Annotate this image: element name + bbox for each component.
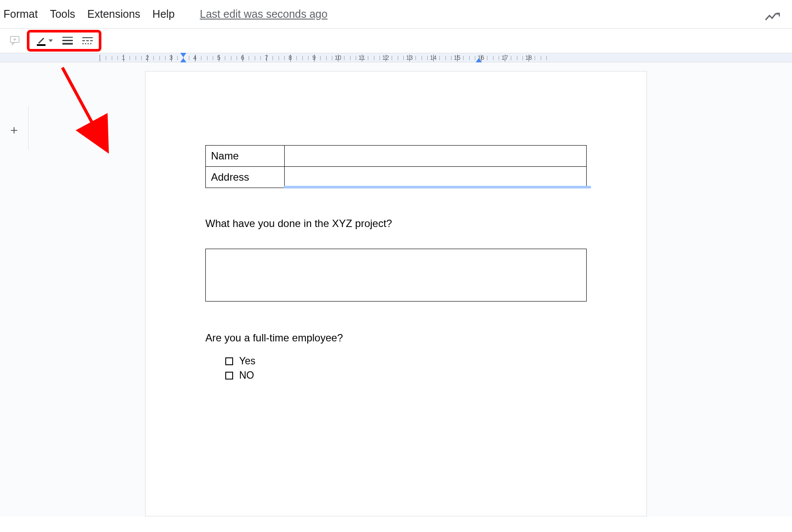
menu-format[interactable]: Format: [3, 8, 38, 20]
border-width-button[interactable]: [62, 37, 73, 45]
menu-bar: Format Tools Extensions Help Last edit w…: [0, 0, 792, 28]
document-canvas[interactable]: Name Address What have you done in the X…: [0, 62, 792, 516]
table-row[interactable]: Name: [206, 146, 587, 167]
checklist: Yes NO: [225, 355, 587, 381]
svg-rect-5: [62, 40, 73, 41]
horizontal-ruler[interactable]: 123456789101112131415161718: [0, 53, 792, 62]
menu-help[interactable]: Help: [153, 8, 175, 20]
checkbox-icon[interactable]: [225, 372, 233, 380]
svg-rect-11: [82, 43, 84, 44]
border-style-button[interactable]: [82, 37, 93, 44]
table-cell-address-label[interactable]: Address: [206, 167, 285, 188]
checkbox-icon[interactable]: [225, 357, 233, 365]
svg-rect-6: [62, 43, 73, 45]
table-row[interactable]: Address: [206, 167, 587, 188]
activity-icon[interactable]: [765, 12, 780, 24]
svg-rect-10: [90, 40, 93, 41]
checklist-item-no[interactable]: NO: [225, 370, 587, 381]
table-cell-name-value[interactable]: [285, 146, 587, 167]
svg-rect-9: [86, 40, 89, 41]
outline-gutter: +: [0, 107, 29, 150]
checklist-item-yes[interactable]: Yes: [225, 355, 587, 367]
svg-rect-13: [88, 43, 89, 44]
info-table[interactable]: Name Address: [205, 145, 587, 188]
table-cell-address-value[interactable]: [285, 167, 587, 188]
checklist-label: NO: [239, 370, 254, 381]
add-outline-button[interactable]: +: [10, 123, 18, 138]
answer-box[interactable]: [205, 249, 587, 302]
question-1-text[interactable]: What have you done in the XYZ project?: [205, 217, 587, 230]
table-border-selection: [284, 186, 591, 188]
last-edit-status[interactable]: Last edit was seconds ago: [200, 8, 328, 20]
svg-rect-3: [37, 44, 45, 46]
checklist-label: Yes: [239, 355, 256, 367]
border-color-button[interactable]: [36, 35, 53, 46]
svg-rect-7: [82, 37, 93, 38]
menu-tools[interactable]: Tools: [50, 8, 75, 20]
document-page[interactable]: Name Address What have you done in the X…: [145, 71, 647, 516]
add-comment-button[interactable]: [9, 34, 22, 47]
svg-rect-12: [85, 43, 86, 44]
svg-rect-4: [62, 37, 73, 38]
question-2-text[interactable]: Are you a full-time employee?: [205, 332, 587, 344]
border-tools-highlight: [27, 30, 101, 52]
svg-rect-14: [90, 43, 91, 44]
table-cell-name-label[interactable]: Name: [206, 146, 285, 167]
svg-rect-8: [82, 40, 85, 41]
menu-extensions[interactable]: Extensions: [88, 8, 140, 20]
toolbar: [0, 29, 792, 53]
